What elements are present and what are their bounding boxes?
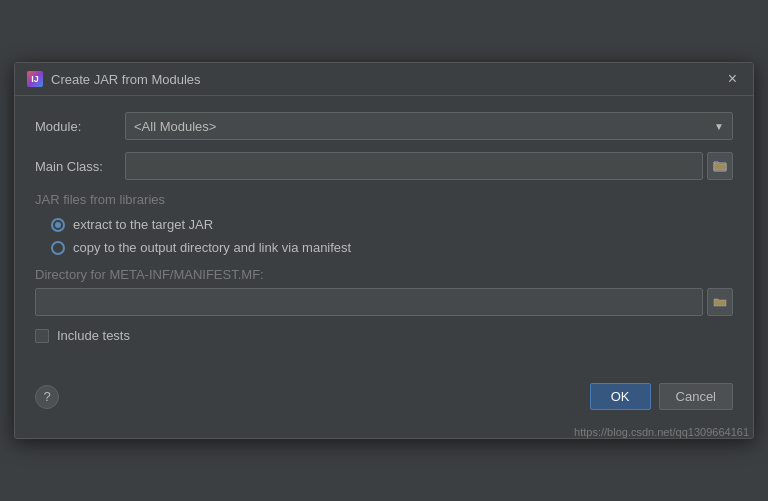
footer-right: OK Cancel xyxy=(590,383,733,410)
main-class-row: Main Class: xyxy=(35,152,733,180)
radio-extract[interactable] xyxy=(51,218,65,232)
title-bar-left: IJ Create JAR from Modules xyxy=(27,71,201,87)
include-tests-checkbox[interactable] xyxy=(35,329,49,343)
help-button[interactable]: ? xyxy=(35,385,59,409)
include-tests-label: Include tests xyxy=(57,328,130,343)
radio-copy[interactable] xyxy=(51,241,65,255)
directory-folder-icon xyxy=(713,296,727,308)
directory-control-wrapper xyxy=(35,288,733,316)
dialog-footer: ? OK Cancel xyxy=(15,375,753,424)
radio-row-1[interactable]: extract to the target JAR xyxy=(51,217,733,232)
url-bar: https://blog.csdn.net/qq1309664161 xyxy=(15,426,753,438)
radio-extract-label: extract to the target JAR xyxy=(73,217,213,232)
folder-icon xyxy=(713,160,727,172)
main-class-label: Main Class: xyxy=(35,159,125,174)
directory-input[interactable] xyxy=(35,288,703,316)
module-row: Module: <All Modules> ▼ xyxy=(35,112,733,140)
cancel-button[interactable]: Cancel xyxy=(659,383,733,410)
radio-group: extract to the target JAR copy to the ou… xyxy=(35,217,733,255)
radio-row-2[interactable]: copy to the output directory and link vi… xyxy=(51,240,733,255)
app-icon: IJ xyxy=(27,71,43,87)
module-control-wrapper: <All Modules> ▼ xyxy=(125,112,733,140)
dialog-title: Create JAR from Modules xyxy=(51,72,201,87)
module-select-arrow: ▼ xyxy=(714,121,724,132)
main-class-input[interactable] xyxy=(125,152,703,180)
module-select-value: <All Modules> xyxy=(134,119,216,134)
ok-button[interactable]: OK xyxy=(590,383,651,410)
main-class-folder-button[interactable] xyxy=(707,152,733,180)
close-button[interactable]: × xyxy=(724,71,741,87)
module-label: Module: xyxy=(35,119,125,134)
directory-label: Directory for META-INF/MANIFEST.MF: xyxy=(35,267,733,282)
directory-folder-button[interactable] xyxy=(707,288,733,316)
create-jar-dialog: IJ Create JAR from Modules × Module: <Al… xyxy=(14,62,754,439)
footer-left: ? xyxy=(35,385,59,409)
directory-section: Directory for META-INF/MANIFEST.MF: xyxy=(35,267,733,316)
module-select[interactable]: <All Modules> ▼ xyxy=(125,112,733,140)
include-tests-row[interactable]: Include tests xyxy=(35,328,733,343)
radio-copy-label: copy to the output directory and link vi… xyxy=(73,240,351,255)
jar-files-section-label: JAR files from libraries xyxy=(35,192,733,207)
dialog-content: Module: <All Modules> ▼ Main Class: xyxy=(15,96,753,375)
main-class-control-wrapper xyxy=(125,152,733,180)
title-bar: IJ Create JAR from Modules × xyxy=(15,63,753,96)
